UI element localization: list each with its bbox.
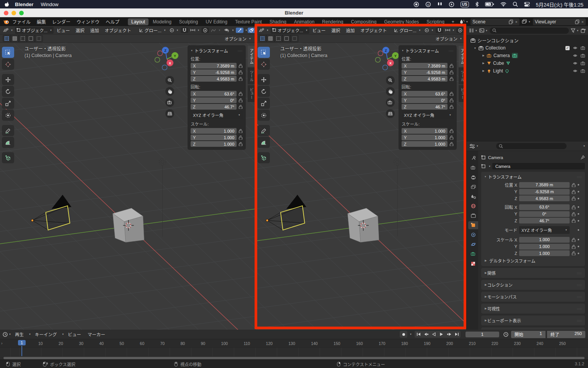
animate-dot[interactable] <box>578 213 579 215</box>
outliner-row-collection[interactable]: ▼ Collection ✓ <box>467 44 588 52</box>
spotlight-icon[interactable] <box>513 2 518 7</box>
pivot-point-dropdown[interactable]: ▼ <box>423 28 435 33</box>
properties-search-input[interactable] <box>496 143 567 149</box>
sidebar-tab-view[interactable]: ビュー <box>459 85 466 102</box>
properties-tab-view-layer[interactable] <box>468 183 478 191</box>
animate-dot[interactable] <box>578 239 579 240</box>
lock-icon[interactable] <box>572 196 576 200</box>
animate-dot[interactable] <box>578 253 579 254</box>
disable-render-camera-icon[interactable] <box>581 46 585 50</box>
annotate-tool[interactable] <box>258 125 270 136</box>
menu-help[interactable]: ヘルプ <box>103 18 122 25</box>
options-dropdown[interactable]: オプション▼ <box>434 35 464 42</box>
expand-icon[interactable]: ▶ <box>482 54 485 57</box>
select-mode-extend[interactable] <box>267 35 274 42</box>
remove-viewlayer-icon[interactable]: × <box>581 20 584 24</box>
viewport-canvas[interactable]: ユーザー・透視投影 (1) Collection | Camera Z Y X <box>0 43 255 330</box>
frame-end-field[interactable]: 終了250 <box>547 331 585 338</box>
rotation-mode-dropdown[interactable]: XYZ オイラー角▼ <box>519 226 570 234</box>
viewport-menu-object[interactable]: オブジェクト <box>358 27 390 33</box>
lock-icon[interactable] <box>238 77 243 81</box>
lock-icon[interactable] <box>449 105 454 109</box>
playback-menu[interactable]: 再生 <box>12 331 26 337</box>
animate-dot[interactable] <box>578 246 579 247</box>
animate-dot[interactable] <box>578 220 579 222</box>
workspace-tab-sculpting[interactable]: Sculpting <box>176 18 201 25</box>
airpods-icon[interactable] <box>437 2 443 7</box>
properties-tab-object[interactable] <box>468 221 478 229</box>
transform-tool[interactable] <box>2 110 14 121</box>
location-y-field[interactable]: Y-6.9258 m <box>402 69 448 75</box>
macos-app-menu[interactable]: Blender <box>15 2 33 7</box>
lock-icon[interactable] <box>238 70 243 74</box>
lock-icon[interactable] <box>238 142 243 146</box>
viewport-menu-select[interactable]: 選択 <box>329 27 343 33</box>
auto-keying-record-button[interactable] <box>400 331 407 338</box>
timeline-ruler[interactable]: › 10203040506070809010011012013014015016… <box>0 339 588 347</box>
pan-view-icon[interactable] <box>165 87 174 96</box>
menu-window[interactable]: ウィンドウ <box>74 18 103 25</box>
select-mode-set[interactable] <box>3 35 10 42</box>
viewport-menu-select[interactable]: 選択 <box>73 27 87 33</box>
options-dropdown[interactable]: オプション▼ <box>223 35 253 42</box>
rotation-x-field[interactable]: X63.6° <box>402 91 448 97</box>
pivot-point-dropdown[interactable]: ▼ <box>168 28 180 33</box>
viewport-menu-view[interactable]: ビュー <box>310 27 328 33</box>
scale-y-field[interactable]: Y1.000 <box>402 135 448 140</box>
lock-icon[interactable] <box>238 129 243 133</box>
minimize-window-button[interactable] <box>11 11 16 15</box>
zoom-view-icon[interactable] <box>386 76 395 85</box>
current-frame-field[interactable]: 1 <box>466 332 499 337</box>
editor-type-icon[interactable]: ▼ <box>2 28 15 33</box>
timeline-view-menu[interactable]: ビュー <box>65 331 84 337</box>
keying-set-dropdown-icon[interactable]: ▼ <box>410 333 412 335</box>
pin-icon[interactable] <box>580 155 585 160</box>
rotation-y-field[interactable]: Y0° <box>402 97 448 103</box>
rotation-x-field[interactable]: X63.6° <box>191 91 237 97</box>
panel-title[interactable]: トランスフォーム <box>194 48 228 54</box>
close-window-button[interactable] <box>4 11 8 15</box>
rotation-mode-dropdown[interactable]: XYZ オイラー角▼ <box>402 111 454 119</box>
scale-y-field[interactable]: 1.000 <box>519 244 570 250</box>
transform-panel-title[interactable]: トランスフォーム <box>488 174 521 180</box>
select-mode-set[interactable] <box>259 35 266 42</box>
proportional-editing-toggle[interactable] <box>456 28 464 33</box>
control-center-icon[interactable] <box>524 2 530 7</box>
select-mode-extend[interactable] <box>11 35 18 42</box>
rotation-x-field[interactable]: 63.6° <box>519 204 570 210</box>
animate-dot[interactable] <box>578 229 579 231</box>
playhead-chip[interactable]: 1 <box>18 340 26 345</box>
scale-tool[interactable] <box>2 98 14 109</box>
select-mode-invert[interactable] <box>283 35 290 42</box>
timeline-expand-icon[interactable]: › <box>1 341 3 345</box>
properties-tab-render[interactable] <box>468 164 478 172</box>
move-tool[interactable] <box>2 74 14 85</box>
location-x-field[interactable]: X7.3589 m <box>191 63 237 69</box>
scene-browse-icon[interactable]: ▼ <box>459 19 468 25</box>
lock-icon[interactable] <box>449 77 454 81</box>
lock-icon[interactable] <box>238 92 243 96</box>
cursor-tool[interactable] <box>2 59 14 70</box>
outliner-filter-icon[interactable]: ▼ <box>571 28 579 33</box>
scale-z-field[interactable]: Z1.000 <box>402 141 448 147</box>
jump-to-end-button[interactable] <box>453 331 461 338</box>
macos-window-menu[interactable]: Window <box>41 2 58 7</box>
viewlayer-browse-icon[interactable]: ▼ <box>522 19 531 24</box>
select-mode-subtract[interactable] <box>19 35 26 42</box>
viewport-menu-add[interactable]: 追加 <box>88 27 102 33</box>
properties-tab-scene[interactable] <box>468 192 478 200</box>
location-x-field[interactable]: X7.3589 m <box>402 63 448 69</box>
apple-menu-icon[interactable] <box>5 2 10 7</box>
timeline-editor-type-icon[interactable]: ▼ <box>3 332 11 337</box>
show-gizmo-toggle[interactable] <box>236 28 243 33</box>
location-x-field[interactable]: 7.3589 m <box>519 182 570 188</box>
disable-render-camera-icon[interactable] <box>581 54 585 58</box>
section-motion-paths[interactable]: ▶モーションパス:::: <box>481 292 585 302</box>
rotation-z-field[interactable]: Z46.7° <box>402 104 448 110</box>
playback-status-icon[interactable] <box>449 2 454 7</box>
unlink-scene-icon[interactable]: × <box>515 20 518 24</box>
expand-icon[interactable]: ▶ <box>482 69 485 72</box>
add-workspace-button[interactable]: + <box>449 19 457 25</box>
scale-z-field[interactable]: 1.000 <box>519 250 570 256</box>
outliner-search-input[interactable] <box>490 28 569 34</box>
